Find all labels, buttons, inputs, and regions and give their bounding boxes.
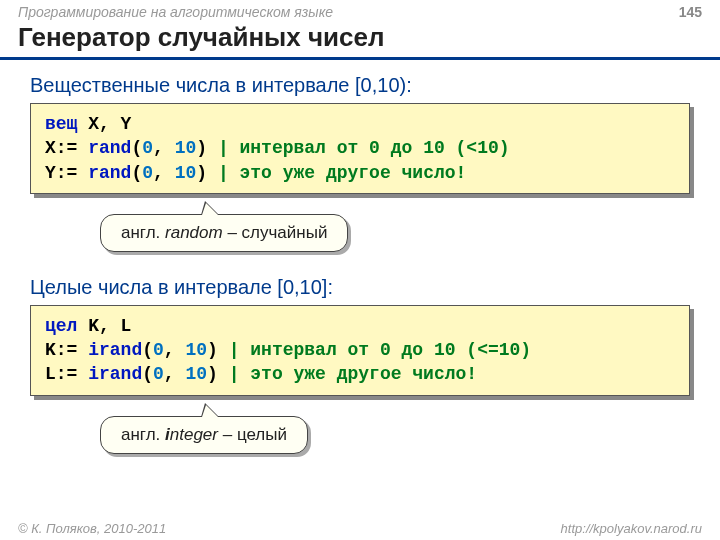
code-line: вещ X, Y	[45, 112, 675, 136]
callout-integer: англ. integer – целый	[100, 416, 308, 454]
url: http://kpolyakov.narod.ru	[561, 521, 702, 536]
codebox-int: цел K, L K:= irand(0, 10) | интервал от …	[30, 305, 690, 396]
vars: K, L	[77, 316, 131, 336]
footer: © К. Поляков, 2010-2011 http://kpolyakov…	[0, 521, 720, 536]
page-title: Генератор случайных чисел	[0, 20, 720, 60]
page-number: 145	[679, 4, 702, 20]
codebox-real: вещ X, Y X:= rand(0, 10) | интервал от 0…	[30, 103, 690, 194]
course-name: Программирование на алгоритмическом язык…	[18, 4, 333, 20]
copyright: © К. Поляков, 2010-2011	[18, 521, 166, 536]
section1-heading: Вещественные числа в интервале [0,10):	[0, 60, 720, 103]
code-line: L:= irand(0, 10) | это уже другое число!	[45, 362, 675, 386]
keyword: цел	[45, 316, 77, 336]
vars: X, Y	[77, 114, 131, 134]
header: Программирование на алгоритмическом язык…	[0, 0, 720, 20]
code-line: Y:= rand(0, 10) | это уже другое число!	[45, 161, 675, 185]
code-line: K:= irand(0, 10) | интервал от 0 до 10 (…	[45, 338, 675, 362]
code-line: цел K, L	[45, 314, 675, 338]
section2-heading: Целые числа в интервале [0,10]:	[0, 262, 720, 305]
keyword: вещ	[45, 114, 77, 134]
code-line: X:= rand(0, 10) | интервал от 0 до 10 (<…	[45, 136, 675, 160]
callout-random: англ. random – случайный	[100, 214, 348, 252]
